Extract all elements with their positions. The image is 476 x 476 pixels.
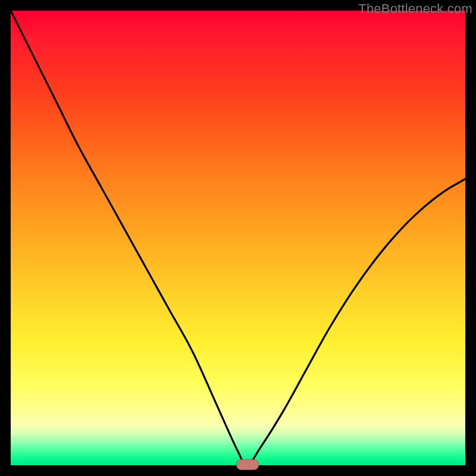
plot-area (11, 11, 465, 465)
watermark-text: TheBottleneck.com (358, 1, 472, 17)
minimum-marker (236, 459, 259, 470)
chart-frame: TheBottleneck.com (0, 0, 476, 476)
bottleneck-curve (11, 11, 465, 465)
